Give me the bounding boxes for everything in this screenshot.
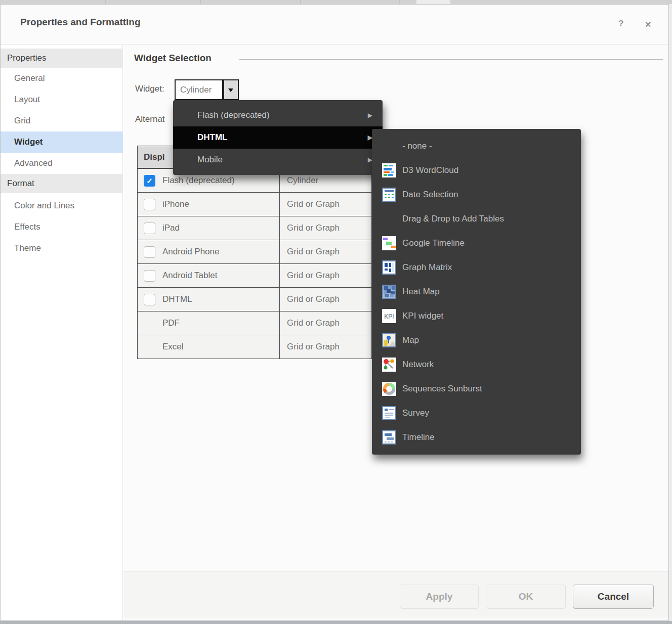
sidebar: Properties General Layout Grid Widget Ad… (1, 45, 123, 620)
submenu-item-google-timeline[interactable]: Google Timeline (372, 231, 581, 255)
row-label: Android Tablet (162, 271, 217, 281)
row-mode: Grid or Graph (280, 311, 371, 335)
submenu-item-sequences-sunburst[interactable]: Sequences Sunburst (372, 377, 581, 401)
row-mode: Grid or Graph (280, 264, 371, 287)
close-icon[interactable]: ✕ (645, 20, 651, 29)
sidebar-item-general[interactable]: General (1, 68, 123, 89)
widget-select-arrow-button[interactable] (223, 79, 239, 100)
d3-wordcloud-icon (382, 163, 396, 177)
widget-label: Widget: (135, 84, 164, 94)
submenu-item-map[interactable]: Map (372, 328, 581, 352)
submenu-item-label: KPI widget (402, 311, 443, 321)
submenu-arrow-icon: ▶ (368, 104, 372, 126)
checkbox[interactable]: ✓ (144, 175, 155, 187)
strip-divider (399, 0, 400, 4)
timeline-icon (382, 430, 396, 444)
menu-item-mobile[interactable]: Mobile ▶ (173, 149, 383, 171)
strip-divider (200, 0, 201, 4)
table-row[interactable]: Android Phone Grid or Graph (138, 240, 371, 263)
background-page-gap (669, 4, 672, 621)
section-rule (239, 59, 663, 60)
submenu-item-label: Timeline (402, 432, 435, 442)
submenu-item-network[interactable]: Network (372, 352, 581, 377)
row-mode: Grid or Graph (280, 335, 371, 359)
submenu-item-label: Date Selection (402, 190, 458, 200)
submenu-item-drag-drop-tables[interactable]: Drag & Drop to Add Tables (372, 207, 581, 231)
checkbox[interactable] (144, 270, 155, 282)
checkbox[interactable] (144, 199, 155, 210)
screen: Properties and Formatting ? ✕ Properties… (0, 0, 672, 624)
menu-item-label: DHTML (197, 132, 227, 142)
widget-dropdown-menu: Flash (deprecated) ▶ DHTML ▶ Mobile ▶ (173, 100, 383, 175)
background-page-strip (0, 0, 672, 4)
survey-icon (382, 406, 396, 420)
row-label: PDF (162, 318, 180, 328)
submenu-item-label: Map (402, 335, 419, 345)
submenu-item-none[interactable]: - none - (372, 134, 581, 158)
sidebar-header-properties: Properties (1, 49, 123, 68)
sequences-sunburst-icon (382, 382, 396, 396)
submenu-item-graph-matrix[interactable]: Graph Matrix (372, 255, 581, 280)
checkbox[interactable] (144, 294, 155, 305)
row-label: Flash (deprecated) (162, 175, 235, 186)
section-title: Widget Selection (134, 53, 212, 64)
cancel-button[interactable]: Cancel (573, 585, 654, 609)
submenu-item-heat-map[interactable]: Heat Map (372, 280, 581, 304)
table-row[interactable]: DHTML Grid or Graph (138, 287, 371, 311)
google-timeline-icon (382, 236, 396, 250)
row-label: iPhone (162, 199, 189, 209)
submenu-item-kpi-widget[interactable]: KPI KPI widget (372, 304, 581, 328)
sidebar-item-effects[interactable]: Effects (1, 216, 123, 238)
date-selection-icon (382, 188, 396, 202)
sidebar-item-layout[interactable]: Layout (1, 89, 123, 110)
submenu-item-survey[interactable]: Survey (372, 401, 581, 425)
submenu-item-label: Network (402, 360, 434, 370)
submenu-item-label: Heat Map (402, 287, 440, 297)
graph-matrix-icon (382, 260, 396, 275)
submenu-item-label: Survey (402, 408, 429, 418)
row-mode: Grid or Graph (280, 193, 371, 216)
sidebar-item-theme[interactable]: Theme (1, 238, 123, 259)
menu-item-dhtml[interactable]: DHTML ▶ (173, 126, 383, 149)
menu-item-label: Mobile (197, 155, 223, 164)
chevron-down-icon (228, 88, 233, 92)
checkbox[interactable] (144, 246, 155, 258)
strip-segment (416, 0, 450, 4)
row-mode: Grid or Graph (280, 288, 371, 311)
display-modes-table: Displ ✓Flash (deprecated) Cylinder iPhon… (137, 146, 372, 359)
row-mode: Grid or Graph (280, 240, 371, 263)
sidebar-item-widget[interactable]: Widget (1, 131, 123, 153)
sidebar-header-format: Format (1, 174, 123, 193)
ok-button[interactable]: OK (486, 585, 566, 609)
heat-map-icon (382, 285, 396, 299)
widget-select[interactable]: Cylinder (175, 79, 223, 100)
sidebar-item-color-and-lines[interactable]: Color and Lines (1, 195, 123, 216)
dhtml-widget-submenu: - none - D3 WordCloud Date Selection (372, 129, 581, 455)
submenu-item-date-selection[interactable]: Date Selection (372, 183, 581, 207)
sidebar-item-grid[interactable]: Grid (1, 110, 123, 131)
submenu-item-label: Google Timeline (402, 238, 465, 248)
table-row: PDF Grid or Graph (138, 311, 371, 335)
submenu-item-d3-wordcloud[interactable]: D3 WordCloud (372, 158, 581, 183)
submenu-item-label: Drag & Drop to Add Tables (402, 214, 504, 224)
submenu-item-label: - none - (402, 141, 432, 151)
strip-divider (105, 0, 106, 4)
submenu-item-timeline[interactable]: Timeline (372, 425, 581, 450)
row-label: DHTML (162, 294, 192, 304)
help-icon[interactable]: ? (618, 19, 623, 29)
table-row[interactable]: Android Tablet Grid or Graph (138, 263, 371, 287)
table-row[interactable]: iPhone Grid or Graph (138, 192, 371, 216)
network-icon (382, 358, 396, 372)
map-icon (382, 333, 396, 347)
alternate-displays-label: Alternat (135, 114, 165, 124)
menu-item-label: Flash (deprecated) (197, 110, 270, 120)
sidebar-item-advanced[interactable]: Advanced (1, 153, 123, 174)
svg-text:KPI: KPI (384, 313, 394, 320)
submenu-item-label: Sequences Sunburst (402, 384, 482, 394)
checkbox[interactable] (144, 222, 155, 234)
menu-item-flash[interactable]: Flash (deprecated) ▶ (173, 104, 383, 126)
row-label: Excel (162, 342, 184, 352)
table-row[interactable]: iPad Grid or Graph (138, 216, 371, 240)
background-page-strip-bottom (0, 621, 672, 624)
apply-button[interactable]: Apply (400, 585, 479, 609)
